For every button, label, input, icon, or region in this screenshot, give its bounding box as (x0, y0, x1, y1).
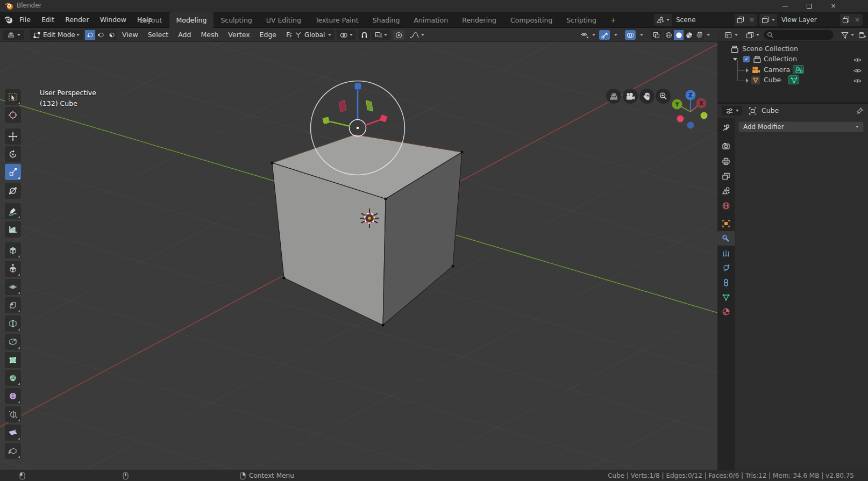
row-label[interactable]: Camera (764, 66, 790, 74)
tab-modifiers[interactable] (717, 231, 735, 246)
tab-material[interactable] (717, 304, 735, 319)
menu-vertex[interactable]: Vertex (223, 28, 254, 42)
row-label[interactable]: Scene Collection (742, 45, 798, 53)
tab-world[interactable] (717, 198, 735, 213)
gizmo-x-axis[interactable] (365, 120, 380, 125)
blender-menu-icon[interactable] (4, 16, 13, 24)
tab-modeling[interactable]: Modeling (169, 12, 214, 28)
gizmo-dropdown-chevron[interactable] (614, 34, 617, 36)
pan-view-button[interactable] (639, 89, 654, 104)
tool-rotate-button[interactable] (5, 146, 21, 162)
cube-object[interactable] (272, 134, 462, 325)
snap-with-dropdown[interactable] (371, 30, 390, 40)
view-layer-name[interactable]: View Layer (777, 14, 840, 26)
outliner-search-input[interactable] (773, 32, 827, 38)
menu-file[interactable]: File (14, 12, 36, 28)
expand-arrow[interactable] (733, 58, 737, 61)
view-layer-browse-button[interactable] (759, 14, 777, 26)
tool-spin-button[interactable] (5, 370, 21, 386)
tab-view-layer[interactable] (717, 169, 735, 183)
gizmo-y-axis[interactable] (330, 121, 350, 126)
tool-bevel-button[interactable] (5, 297, 21, 313)
editor-type-button[interactable] (3, 30, 24, 40)
tool-measure-button[interactable] (5, 221, 21, 238)
visibility-dropdown[interactable] (578, 30, 598, 40)
tool-loop-cut-button[interactable] (5, 315, 21, 332)
tab-texture-paint[interactable]: Texture Paint (308, 12, 366, 28)
outliner-row-collection[interactable]: ✓ Collection (717, 54, 868, 64)
viewport-3d[interactable]: User Perspective (132) Cube (0, 42, 717, 470)
tool-add-cube-button[interactable] (5, 242, 21, 259)
tool-knife-button[interactable] (5, 334, 21, 350)
tool-inset-faces-button[interactable] (5, 279, 21, 295)
tab-sculpting[interactable]: Sculpting (214, 12, 259, 28)
menu-edge[interactable]: Edge (255, 28, 281, 42)
camera-data-icon[interactable] (793, 65, 804, 74)
minimize-button[interactable] (773, 0, 797, 12)
gizmo-z-handle[interactable] (355, 83, 361, 90)
falloff-dropdown[interactable] (407, 30, 427, 40)
tab-output[interactable] (717, 154, 735, 168)
tab-physics[interactable] (717, 260, 735, 275)
tab-object-data[interactable] (717, 290, 735, 304)
tool-annotate-button[interactable] (5, 203, 21, 219)
axis-z-neg-ball[interactable] (687, 122, 694, 129)
close-button[interactable]: × (821, 0, 845, 12)
scene-unlink-button[interactable]: ✕ (746, 14, 757, 26)
panel-collapse-arrow[interactable]: ‹ (692, 90, 694, 98)
tab-scripting[interactable]: Scripting (559, 12, 603, 28)
tool-poly-build-button[interactable] (5, 352, 21, 368)
view-layer-remove-button[interactable]: ✕ (852, 14, 863, 26)
shading-dropdown-chevron[interactable] (707, 34, 710, 36)
overlays-dropdown-chevron[interactable] (640, 34, 643, 36)
scene-name[interactable]: Scene (672, 14, 735, 26)
object-expand-arrow[interactable] (746, 68, 749, 73)
perspective-toggle-button[interactable] (606, 89, 621, 104)
material-preview-button[interactable] (684, 30, 694, 40)
rendered-shading-button[interactable] (694, 30, 704, 40)
outliner-row-camera[interactable]: Camera (717, 65, 868, 75)
gizmo-x-plane-handle[interactable] (339, 100, 346, 112)
xray-toggle[interactable] (651, 30, 661, 40)
tool-shear-button[interactable] (5, 425, 21, 441)
outliner-filter-button[interactable] (839, 30, 856, 40)
mesh-data-icon[interactable] (788, 75, 799, 84)
show-overlays-toggle[interactable] (625, 30, 636, 40)
tool-scale-button[interactable] (5, 164, 21, 180)
view-layer-new-button[interactable] (840, 14, 852, 26)
vertex-select-button[interactable] (85, 30, 95, 40)
row-label[interactable]: Collection (764, 55, 797, 63)
row-label[interactable]: Cube (764, 76, 781, 84)
gizmo-x-handle[interactable] (380, 114, 387, 122)
tab-scene[interactable] (717, 183, 735, 198)
outliner-filter-id-button[interactable] (743, 30, 762, 40)
pivot-point-dropdown[interactable] (337, 30, 356, 40)
menu-render[interactable]: Render (60, 12, 95, 28)
gizmo-y-plane-handle[interactable] (366, 100, 373, 111)
collection-checkbox[interactable]: ✓ (743, 56, 750, 62)
gizmo-y-handle[interactable] (322, 117, 330, 124)
axis-y-neg-ball[interactable] (701, 112, 708, 119)
tab-rendering[interactable]: Rendering (455, 12, 503, 28)
tool-select-box-button[interactable] (5, 89, 21, 105)
maximize-button[interactable] (797, 0, 821, 12)
menu-mesh[interactable]: Mesh (196, 28, 223, 42)
scene-new-button[interactable] (735, 14, 746, 26)
tool-cursor-button[interactable] (5, 107, 21, 123)
new-collection-button[interactable] (857, 30, 867, 40)
outliner-row-cube[interactable]: Cube (717, 75, 868, 85)
menu-view[interactable]: View (117, 28, 143, 42)
properties-editor-type-button[interactable] (722, 106, 742, 116)
mode-dropdown[interactable]: Edit Mode (30, 30, 83, 40)
navigation-gizmo[interactable]: Z Y X (668, 88, 713, 135)
face-select-button[interactable] (106, 30, 117, 40)
menu-edit[interactable]: Edit (36, 12, 60, 28)
tab-shading[interactable]: Shading (366, 12, 407, 28)
outliner-display-mode-button[interactable] (722, 30, 740, 40)
menu-select[interactable]: Select (143, 28, 174, 42)
hide-toggle[interactable] (853, 77, 862, 85)
pin-icon[interactable] (856, 107, 864, 114)
wireframe-shading-button[interactable] (664, 30, 673, 40)
tab-particles[interactable] (717, 246, 735, 260)
menu-add[interactable]: Add (173, 28, 196, 42)
